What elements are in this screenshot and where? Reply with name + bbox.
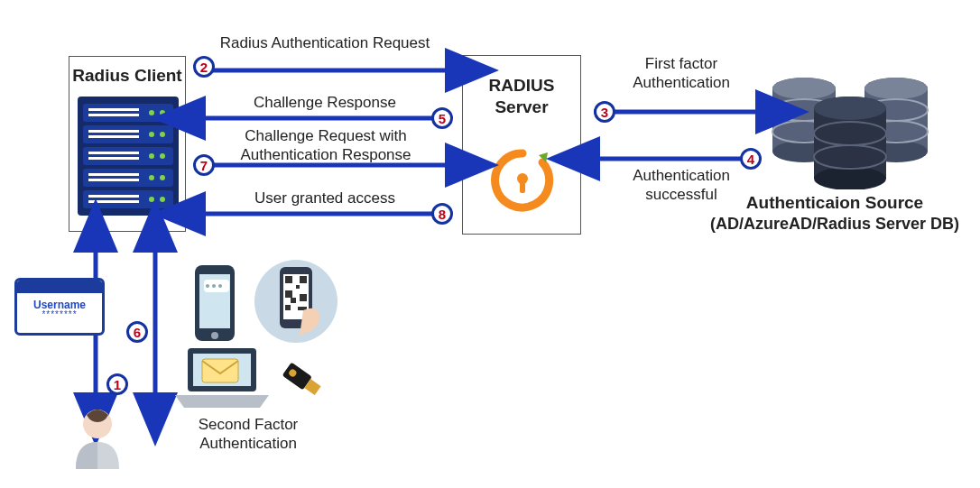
- second-factor-l1: Second Factor: [199, 416, 299, 433]
- svg-point-18: [149, 132, 154, 137]
- step-badge-7: 7: [193, 154, 215, 176]
- svg-point-17: [160, 110, 165, 115]
- user-icon: [70, 406, 125, 478]
- svg-rect-10: [88, 152, 139, 154]
- svg-rect-68: [296, 285, 300, 289]
- flow-label-7: Challenge Request with Authentication Re…: [209, 126, 442, 165]
- svg-rect-27: [520, 180, 525, 193]
- svg-rect-71: [285, 305, 291, 310]
- second-factor-label: Second Factor Authentication: [180, 415, 316, 454]
- server-rack-icon: [78, 97, 179, 216]
- auth-source-subtitle: (AD/AzureAD/Radius Server DB): [695, 215, 975, 234]
- svg-rect-14: [88, 195, 139, 198]
- svg-rect-9: [88, 135, 139, 138]
- login-form-icon: Username ********: [14, 278, 105, 336]
- flow-label-3-l1: First factor: [645, 55, 717, 72]
- svg-rect-69: [291, 298, 296, 303]
- step-badge-5: 5: [431, 107, 453, 129]
- radius-server-box: RADIUS Server: [462, 55, 581, 235]
- svg-rect-75: [202, 359, 238, 382]
- radius-client-title: Radius Client: [69, 66, 185, 86]
- svg-point-43: [814, 97, 886, 120]
- flow-label-4-l2: successful: [645, 186, 717, 203]
- svg-point-42: [814, 167, 886, 189]
- flow-label-7-l1: Challenge Request with: [245, 127, 407, 144]
- svg-rect-7: [88, 114, 139, 116]
- password-mask: ********: [17, 309, 102, 319]
- laptop-email-icon: [175, 345, 274, 417]
- flow-label-4: Authentication successful: [605, 166, 758, 205]
- svg-rect-65: [285, 276, 292, 283]
- security-key-icon: [278, 355, 327, 404]
- step-badge-3: 3: [594, 101, 615, 123]
- svg-rect-70: [300, 294, 307, 301]
- phone-qr-icon: [253, 258, 339, 345]
- flow-label-4-l1: Authentication: [633, 167, 730, 184]
- flow-label-2: Radius Authentication Request: [190, 34, 460, 52]
- step-badge-4: 4: [740, 148, 762, 170]
- radius-server-title-l2: Server: [463, 97, 580, 117]
- step-badge-2: 2: [193, 56, 215, 78]
- svg-point-25: [160, 197, 165, 202]
- second-factor-group: [171, 262, 343, 424]
- svg-point-21: [160, 153, 165, 159]
- svg-point-59: [206, 284, 209, 288]
- svg-point-20: [149, 153, 154, 159]
- flow-label-8: User granted access: [190, 189, 460, 207]
- flow-label-7-l2: Authentication Response: [240, 146, 411, 163]
- radius-client-box: Radius Client: [69, 56, 186, 232]
- flow-label-3: First factor Authentication: [605, 54, 758, 93]
- svg-point-16: [149, 110, 154, 115]
- svg-rect-12: [88, 173, 139, 176]
- svg-point-57: [211, 332, 218, 339]
- svg-rect-8: [88, 130, 139, 133]
- step-badge-1: 1: [106, 373, 128, 395]
- second-factor-l2: Authentication: [199, 435, 297, 452]
- flow-label-3-l2: Authentication: [633, 74, 730, 91]
- svg-rect-67: [285, 290, 292, 298]
- svg-rect-11: [88, 157, 139, 160]
- lock-circle-icon: [488, 146, 557, 215]
- svg-point-19: [160, 132, 165, 137]
- svg-rect-15: [88, 200, 139, 203]
- svg-point-37: [864, 78, 928, 99]
- flow-label-5: Challenge Response: [190, 94, 460, 112]
- step-badge-8: 8: [431, 203, 453, 225]
- svg-point-22: [149, 175, 154, 180]
- svg-rect-6: [88, 108, 139, 111]
- svg-point-31: [772, 78, 836, 99]
- phone-sms-icon: [191, 262, 244, 345]
- database-cluster-icon: [765, 72, 937, 189]
- svg-point-61: [218, 284, 222, 288]
- svg-point-24: [149, 197, 154, 202]
- svg-point-23: [160, 175, 165, 180]
- radius-server-title-l1: RADIUS: [463, 76, 580, 96]
- step-badge-6: 6: [126, 321, 148, 343]
- svg-rect-13: [88, 179, 139, 181]
- svg-rect-66: [300, 276, 307, 283]
- svg-point-60: [212, 284, 216, 288]
